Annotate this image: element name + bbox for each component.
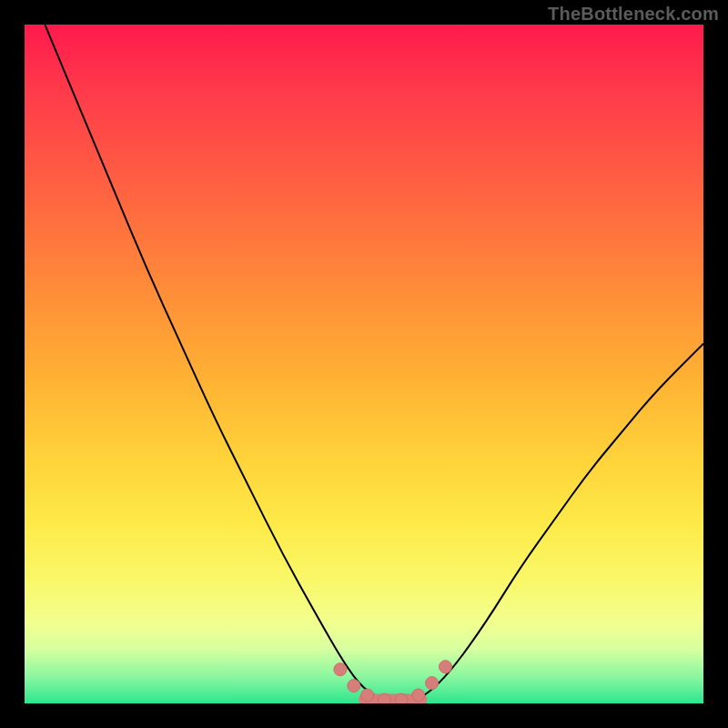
plot-area xyxy=(25,25,703,703)
source-attribution: TheBottleneck.com xyxy=(548,4,719,25)
chart-frame: TheBottleneck.com xyxy=(0,0,728,728)
